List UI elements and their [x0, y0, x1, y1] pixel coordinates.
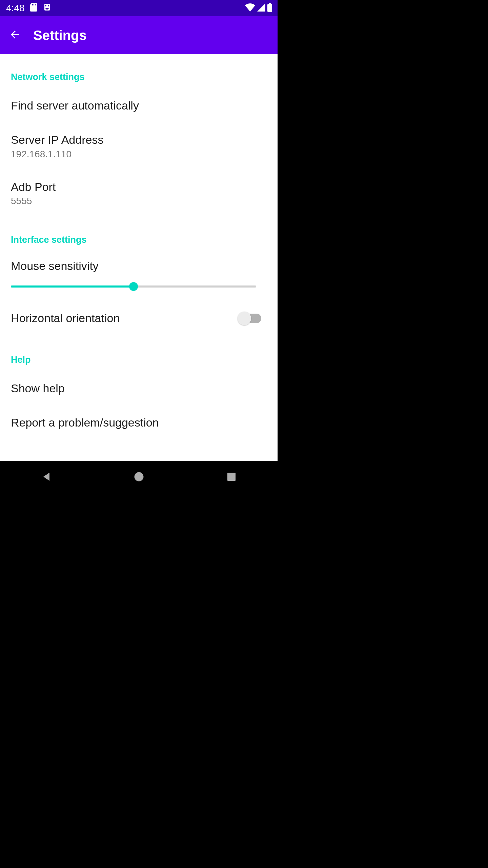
pref-mouse-sensitivity: Mouse sensitivity	[0, 251, 278, 301]
status-bar: 4:48	[0, 0, 278, 16]
pref-server-ip[interactable]: Server IP Address 192.168.1.110	[0, 123, 278, 170]
horizontal-orientation-title: Horizontal orientation	[11, 311, 120, 325]
page-title: Settings	[33, 28, 87, 43]
clock-text: 4:48	[6, 3, 25, 14]
section-header-help: Help	[0, 337, 278, 371]
slider-thumb[interactable]	[129, 282, 138, 291]
device-frame: 4:48 Settings	[0, 0, 278, 494]
pref-adb-port-title: Adb Port	[11, 180, 267, 194]
status-left: 4:48	[6, 3, 51, 14]
nav-back-button[interactable]	[40, 471, 53, 484]
pref-server-ip-value: 192.168.1.110	[11, 149, 267, 160]
cellular-icon	[257, 3, 265, 13]
pref-report-problem[interactable]: Report a problem/suggestion	[0, 406, 278, 440]
svg-point-0	[134, 472, 143, 481]
content: Network settings Find server automatical…	[0, 54, 278, 494]
pref-find-server-title: Find server automatically	[11, 99, 267, 113]
battery-icon	[267, 3, 272, 13]
slider-fill	[11, 285, 134, 288]
nav-home-button[interactable]	[133, 471, 145, 484]
pref-adb-port[interactable]: Adb Port 5555	[0, 170, 278, 217]
report-title: Report a problem/suggestion	[11, 416, 267, 430]
section-header-interface: Interface settings	[0, 217, 278, 251]
svg-rect-1	[227, 473, 236, 481]
pref-horizontal-orientation[interactable]: Horizontal orientation	[0, 301, 278, 337]
sd-card-icon	[30, 3, 38, 14]
app-status-icon	[43, 3, 51, 14]
nav-recent-button[interactable]	[225, 471, 238, 484]
status-right	[245, 3, 272, 13]
square-recent-icon	[225, 478, 238, 484]
show-help-title: Show help	[11, 381, 267, 395]
pref-find-server[interactable]: Find server automatically	[0, 88, 278, 123]
wifi-icon	[245, 3, 255, 13]
section-header-network: Network settings	[0, 54, 278, 88]
back-button[interactable]	[7, 27, 23, 43]
pref-show-help[interactable]: Show help	[0, 371, 278, 406]
switch-thumb	[238, 312, 251, 325]
app-bar: Settings	[0, 16, 278, 54]
horizontal-orientation-switch[interactable]	[239, 314, 261, 323]
settings-list[interactable]: Network settings Find server automatical…	[0, 54, 278, 461]
pref-adb-port-value: 5555	[11, 196, 267, 206]
triangle-back-icon	[40, 478, 53, 484]
mouse-sensitivity-title: Mouse sensitivity	[11, 259, 267, 273]
pref-server-ip-title: Server IP Address	[11, 133, 267, 147]
circle-home-icon	[133, 478, 145, 484]
navigation-bar	[0, 461, 278, 494]
arrow-back-icon	[9, 28, 21, 42]
mouse-sensitivity-slider[interactable]	[11, 285, 256, 288]
